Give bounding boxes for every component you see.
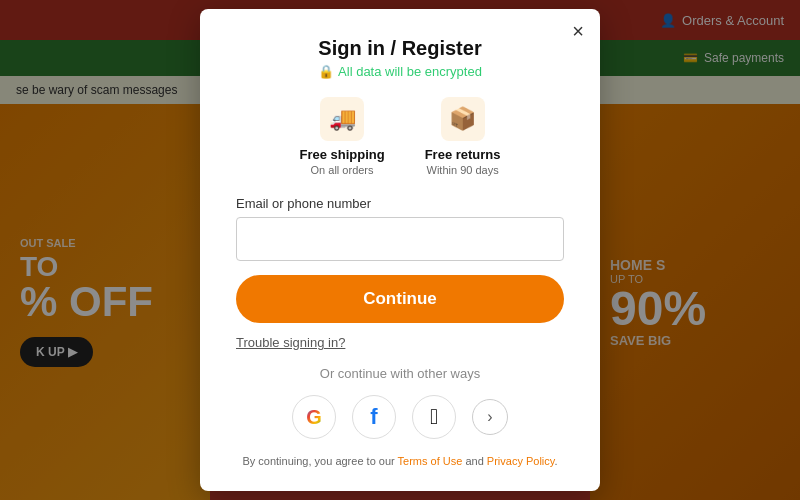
google-icon: G xyxy=(306,406,322,429)
returns-icon: 📦 xyxy=(441,97,485,141)
terms-suffix: . xyxy=(554,455,557,467)
close-button[interactable]: × xyxy=(572,21,584,41)
signin-modal: × Sign in / Register 🔒 All data will be … xyxy=(200,9,600,491)
email-input[interactable] xyxy=(236,217,564,261)
terms-and: and xyxy=(462,455,486,467)
shipping-feature: 🚚 Free shipping On all orders xyxy=(299,97,384,176)
shipping-subtitle: On all orders xyxy=(311,164,374,176)
divider-text: Or continue with other ways xyxy=(236,366,564,381)
encrypted-text: 🔒 All data will be encrypted xyxy=(236,64,564,79)
apple-icon:  xyxy=(430,404,438,430)
features-row: 🚚 Free shipping On all orders 📦 Free ret… xyxy=(236,97,564,176)
facebook-signin-button[interactable]: f xyxy=(352,395,396,439)
modal-title: Sign in / Register xyxy=(236,37,564,60)
terms-text: By continuing, you agree to our Terms of… xyxy=(236,455,564,467)
terms-prefix: By continuing, you agree to our xyxy=(242,455,397,467)
lock-icon: 🔒 xyxy=(318,64,334,79)
chevron-right-icon: › xyxy=(487,408,492,426)
returns-title: Free returns xyxy=(425,147,501,162)
privacy-policy-link[interactable]: Privacy Policy xyxy=(487,455,555,467)
email-label: Email or phone number xyxy=(236,196,564,211)
returns-subtitle: Within 90 days xyxy=(427,164,499,176)
returns-feature: 📦 Free returns Within 90 days xyxy=(425,97,501,176)
terms-of-use-link[interactable]: Terms of Use xyxy=(398,455,463,467)
social-row: G f  › xyxy=(236,395,564,439)
shipping-icon: 🚚 xyxy=(320,97,364,141)
google-signin-button[interactable]: G xyxy=(292,395,336,439)
apple-signin-button[interactable]:  xyxy=(412,395,456,439)
trouble-signin-link[interactable]: Trouble signing in? xyxy=(236,335,345,350)
shipping-title: Free shipping xyxy=(299,147,384,162)
facebook-icon: f xyxy=(370,404,377,430)
continue-button[interactable]: Continue xyxy=(236,275,564,323)
more-signin-options-button[interactable]: › xyxy=(472,399,508,435)
